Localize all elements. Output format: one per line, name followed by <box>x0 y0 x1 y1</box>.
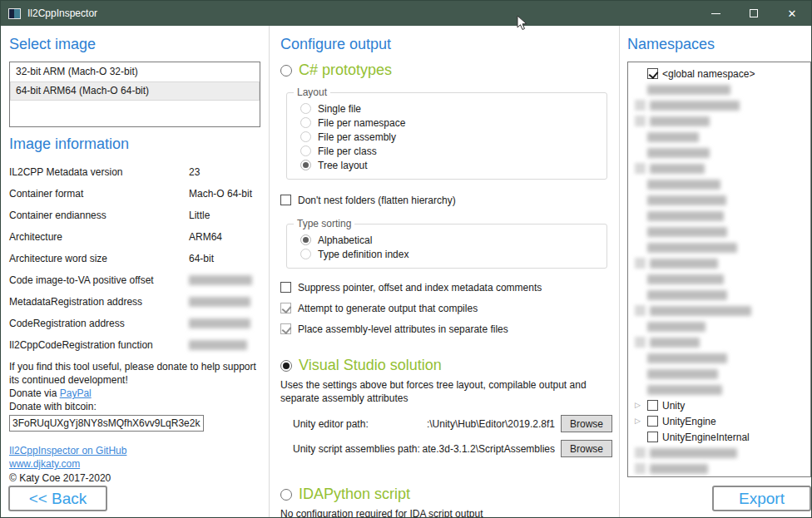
redacted-namespace-name <box>647 211 724 221</box>
layout-groupbox: Layout Single fileFile per namespaceFile… <box>286 92 607 180</box>
titlebar: Il2CppInspector ✕ <box>1 1 811 26</box>
close-icon: ✕ <box>788 8 797 19</box>
image-list-item[interactable]: 64-bit ARM64 (Mach-O 64-bit) <box>10 81 260 101</box>
layout-option-label: Single file <box>318 103 361 115</box>
unity-editor-path-row: Unity editor path: :\Unity\Hub\Editor\20… <box>293 415 612 432</box>
unity-editor-path-label: Unity editor path: <box>293 418 369 430</box>
namespace-item[interactable]: ▷Unity <box>628 397 810 413</box>
app-icon <box>8 8 21 19</box>
back-button[interactable]: << Back <box>8 486 107 511</box>
namespace-item[interactable]: ▷UnityEngine <box>628 413 810 429</box>
namespace-item-redacted <box>628 255 810 271</box>
expander-icon[interactable]: ▷ <box>635 417 643 425</box>
visual-studio-radio[interactable] <box>280 360 292 372</box>
close-button[interactable]: ✕ <box>773 1 811 26</box>
output-option-0-checkbox[interactable] <box>280 282 291 293</box>
namespace-item-redacted <box>628 208 810 224</box>
layout-radio[interactable] <box>300 117 311 128</box>
redacted-namespace-name <box>647 195 726 205</box>
image-info-grid: IL2CPP Metadata version23Container forma… <box>9 161 260 356</box>
info-value: Mach-O 64-bit <box>189 183 260 205</box>
flatten-hierarchy-checkbox-row[interactable]: Don't nest folders (flatten hierarchy) <box>280 192 612 208</box>
redacted-checkbox <box>635 463 646 474</box>
unity-script-browse-button[interactable]: Browse <box>561 440 612 457</box>
namespace-checkbox[interactable] <box>647 400 658 411</box>
redacted-checkbox <box>635 116 646 126</box>
redacted-namespace-name <box>647 369 718 379</box>
minimize-button[interactable] <box>696 1 735 26</box>
idapython-description: No configuration required for IDA script… <box>280 508 597 518</box>
type-sorting-option[interactable]: Alphabetical <box>300 233 600 247</box>
layout-option[interactable]: Single file <box>300 101 600 116</box>
layout-radio[interactable] <box>300 146 311 156</box>
type-sorting-group-label: Type sorting <box>294 218 354 229</box>
info-value <box>189 313 260 334</box>
redacted-namespace-name <box>647 322 706 332</box>
output-option-1-row[interactable]: Attempt to generate output that compiles <box>280 300 612 316</box>
layout-option-label: File per assembly <box>318 131 396 143</box>
layout-radio[interactable] <box>300 103 311 114</box>
flatten-hierarchy-checkbox[interactable] <box>280 195 291 205</box>
layout-radio[interactable] <box>300 131 311 142</box>
namespace-item-redacted <box>628 271 810 287</box>
info-label: Il2CppCodeRegistration function <box>9 334 189 356</box>
namespace-checkbox[interactable] <box>647 68 658 79</box>
namespaces-panel: Namespaces <global namespace>▷Unity▷Unit… <box>620 26 812 517</box>
csharp-prototypes-label: C# prototypes <box>299 62 392 79</box>
github-link[interactable]: Il2CppInspector on GitHub <box>9 444 126 458</box>
type-sorting-radio[interactable] <box>300 249 311 259</box>
layout-option[interactable]: File per class <box>300 144 600 158</box>
namespace-item-redacted <box>628 160 810 176</box>
redacted-namespace-name <box>647 385 722 395</box>
type-sorting-groupbox: Type sorting AlphabeticalType definition… <box>286 224 607 269</box>
layout-option[interactable]: File per namespace <box>300 116 600 130</box>
redacted-namespace-name <box>647 274 724 284</box>
image-list-item[interactable]: 32-bit ARM (Mach-O 32-bit) <box>10 62 260 81</box>
output-option-0-row[interactable]: Suppress pointer, offset and index metad… <box>280 279 612 295</box>
idapython-label: IDAPython script <box>299 486 410 503</box>
idapython-option[interactable]: IDAPython script <box>280 486 612 503</box>
bitcoin-address-input[interactable] <box>9 415 204 432</box>
minimize-icon <box>711 13 720 14</box>
visual-studio-option[interactable]: Visual Studio solution <box>280 357 612 374</box>
csharp-prototypes-radio[interactable] <box>280 65 292 76</box>
namespace-item[interactable]: UnityEngineInternal <box>628 429 810 445</box>
redacted-namespace-name <box>650 338 700 348</box>
layout-option[interactable]: Tree layout <box>300 158 600 172</box>
paypal-link[interactable]: PayPal <box>60 387 92 399</box>
layout-radio[interactable] <box>300 160 311 170</box>
redacted-checkbox <box>635 100 646 111</box>
namespace-item[interactable]: <global namespace> <box>628 66 810 81</box>
output-option-2-checkbox[interactable] <box>280 323 291 334</box>
namespaces-listbox[interactable]: <global namespace>▷Unity▷UnityEngineUnit… <box>627 62 811 477</box>
csharp-prototypes-option[interactable]: C# prototypes <box>280 62 612 79</box>
unity-editor-browse-button[interactable]: Browse <box>561 415 612 432</box>
namespace-label: UnityEngine <box>662 416 716 427</box>
info-label: IL2CPP Metadata version <box>9 161 189 183</box>
redacted-namespace-name <box>650 306 751 316</box>
layout-option-label: File per namespace <box>318 117 405 129</box>
type-sorting-option[interactable]: Type definition index <box>300 247 600 261</box>
output-option-1-checkbox[interactable] <box>280 303 291 313</box>
unity-script-path-label: Unity script assemblies path: <box>293 443 420 455</box>
info-value: 64-bit <box>189 248 260 269</box>
layout-option[interactable]: File per assembly <box>300 130 600 144</box>
namespace-checkbox[interactable] <box>647 432 658 442</box>
redacted-namespace-name <box>647 180 720 190</box>
layout-option-label: File per class <box>318 146 377 157</box>
redacted-value <box>189 318 250 328</box>
export-button[interactable]: Export <box>712 486 811 511</box>
redacted-namespace-name <box>650 464 708 474</box>
maximize-button[interactable] <box>735 1 773 26</box>
layout-group-label: Layout <box>294 86 330 98</box>
redacted-namespace-name <box>650 164 705 174</box>
info-label: Container format <box>9 183 189 205</box>
type-sorting-radio[interactable] <box>300 234 311 245</box>
expander-icon[interactable]: ▷ <box>635 402 643 409</box>
namespace-item-redacted <box>628 318 810 334</box>
output-option-2-row[interactable]: Place assembly-level attributes in separ… <box>280 321 612 337</box>
namespace-checkbox[interactable] <box>647 416 658 427</box>
redacted-namespace-name <box>650 101 740 111</box>
idapython-radio[interactable] <box>280 489 292 501</box>
website-link[interactable]: www.djkaty.com <box>9 457 80 471</box>
